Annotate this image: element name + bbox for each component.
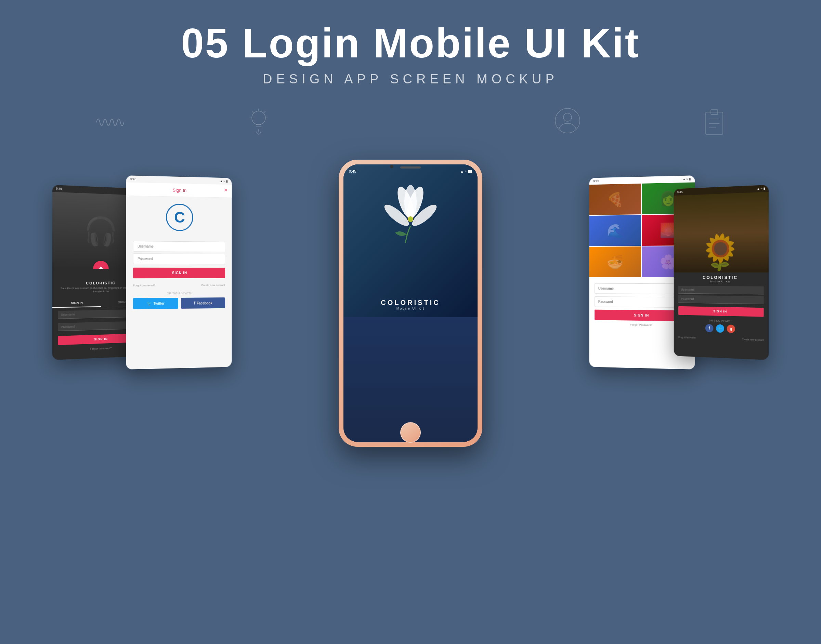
screen1-logo: ✦ xyxy=(92,260,109,269)
screen2-logo-area: C xyxy=(126,196,232,240)
screen4-time: 9:45 xyxy=(593,179,599,183)
screen2-title: Sign In xyxy=(173,188,186,193)
camera-icon xyxy=(390,165,394,168)
screen3-content: 9:45 ▲ ≈ ▮▮ xyxy=(343,164,478,442)
screen5-google-icon[interactable]: g xyxy=(727,325,735,333)
lightbulb-icon xyxy=(247,107,271,139)
screen3-wrapper: 9:45 ▲ ≈ ▮▮ xyxy=(339,159,482,447)
screen2-links: Forgot password? Create new account xyxy=(126,282,232,289)
screen5-facebook-icon[interactable]: f xyxy=(706,324,713,333)
sunflower-icon: 🌻 xyxy=(699,232,742,273)
person-icon xyxy=(554,107,581,139)
screen2-username-input[interactable] xyxy=(133,241,225,252)
screen2-create-account[interactable]: Create new account xyxy=(201,284,225,287)
screen5-password-input[interactable] xyxy=(678,295,764,304)
facebook-f-icon: f xyxy=(194,301,195,305)
clipboard-icon xyxy=(702,107,726,139)
screen5-brand-area: COLORISTIC Mobile UI Kit xyxy=(674,273,769,285)
screen5-brand: COLORISTIC xyxy=(674,275,769,280)
screen5-links: Iforgot Password Create new account xyxy=(674,334,769,343)
screen5-bg: 🌻 xyxy=(674,192,769,273)
screen5-forgot[interactable]: Iforgot Password xyxy=(678,336,695,339)
screen2-facebook-button[interactable]: f Facebook xyxy=(181,297,225,309)
screen2-or-text: OR SIGN IN WITH xyxy=(126,291,232,295)
twitter-bird-icon: 🐦 xyxy=(147,301,152,306)
screen5: 9:45 ▲ ≈ ▮ 🌻 COLORISTIC Mobile UI Kit SI… xyxy=(674,185,769,360)
photo-1: 🍕 xyxy=(589,184,641,215)
screen2-logo: C xyxy=(166,203,193,231)
headphones-icon: 🎧 xyxy=(84,215,118,248)
screen5-create-account[interactable]: Create new account xyxy=(742,338,764,341)
screen2-twitter-button[interactable]: 🐦 Twitter xyxy=(133,298,178,309)
screen5-social-icons: f 🐦 g xyxy=(674,323,769,334)
speaker-icon xyxy=(400,167,421,169)
screen2-forgot[interactable]: Forgot password? xyxy=(133,284,155,287)
screen2: 9:45 ▲ ≈ ▮ Sign In ✕ C SIGN IN Forgot pa… xyxy=(126,175,232,370)
screen4-signal: ▲ ≈ ▮ xyxy=(683,178,691,181)
screen5-time: 9:45 xyxy=(677,190,683,194)
main-title: 05 Login Mobile UI Kit xyxy=(0,20,821,66)
screen3-time: 9:45 xyxy=(349,169,356,174)
icons-row xyxy=(0,97,821,149)
svg-point-0 xyxy=(252,111,266,125)
screen5-brand-sub: Mobile UI Kit xyxy=(674,280,769,283)
screen2-signal: ▲ ≈ ▮ xyxy=(220,179,228,183)
screen2-password-input[interactable] xyxy=(133,253,225,264)
screen2-social-buttons: 🐦 Twitter f Facebook xyxy=(133,297,225,309)
page-header: 05 Login Mobile UI Kit DESIGN APP SCREEN… xyxy=(0,0,821,97)
screen5-twitter-icon[interactable]: 🐦 xyxy=(716,324,724,333)
screen2-signin-button[interactable]: SIGN IN xyxy=(133,268,225,278)
svg-point-15 xyxy=(409,216,412,222)
svg-point-11 xyxy=(404,185,417,219)
sub-title: DESIGN APP SCREEN MOCKUP xyxy=(0,72,821,86)
screen2-close-button[interactable]: ✕ xyxy=(224,187,228,193)
screen5-signin-button[interactable]: SIGN IN xyxy=(678,306,764,317)
screen5-username-input[interactable] xyxy=(678,286,764,294)
sound-wave-icon xyxy=(95,112,126,134)
svg-point-2 xyxy=(555,108,580,133)
home-button[interactable] xyxy=(400,422,421,443)
screen1-time: 9:45 xyxy=(56,187,62,190)
photo-5: 🍜 xyxy=(589,247,641,277)
screen3-signal: ▲ ≈ ▮▮ xyxy=(460,169,472,174)
screen3-brand-sub: Mobile UI Kit xyxy=(343,307,478,310)
screen5-signal: ▲ ≈ ▮ xyxy=(757,187,765,190)
phone-outer: 9:45 ▲ ≈ ▮▮ xyxy=(339,159,482,447)
screen2-header: Sign In ✕ xyxy=(126,182,232,198)
svg-point-3 xyxy=(563,113,572,121)
screen2-time: 9:45 xyxy=(130,178,137,181)
photo-3: 🌊 xyxy=(589,215,641,246)
phone-inner: 9:45 ▲ ≈ ▮▮ xyxy=(343,164,478,442)
lily-icon xyxy=(343,175,478,257)
screen3-brand: COLORISTIC xyxy=(343,299,478,307)
screen3-flower-bg: COLORISTIC Mobile UI Kit xyxy=(343,164,478,317)
screen1-signin-tab[interactable]: SIGN IN xyxy=(52,299,101,308)
screens-container: 9:45 ▲ ≈ ▮ 🎧 ✦ COLORISTIC Poor Alice! it… xyxy=(0,153,821,512)
screen5-or-text: OR SING IN WITH xyxy=(674,318,769,324)
